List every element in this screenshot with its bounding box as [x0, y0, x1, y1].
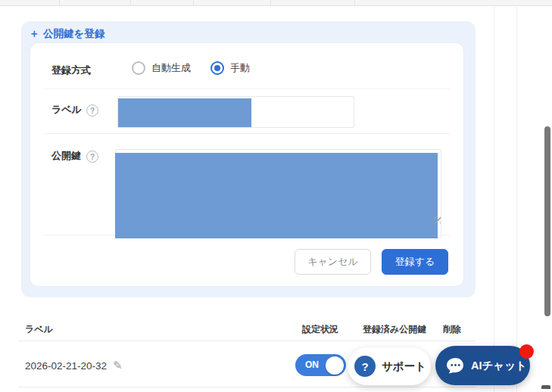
public-key-value-selection-overlay [115, 153, 438, 238]
radio-selected-icon [211, 61, 224, 75]
register-panel: ＋ 公開鍵を登録 登録方式 自動生成 手動 ラベル ? [21, 21, 476, 297]
edit-icon[interactable]: ✎ [113, 359, 123, 372]
register-section-title: 公開鍵を登録 [43, 27, 104, 41]
form-row-divider [44, 89, 450, 89]
column-header-delete: 削除 [443, 323, 461, 336]
table-row: 2026-02-21-20-32 ✎ [25, 359, 123, 372]
register-section-toggle[interactable]: ＋ 公開鍵を登録 [26, 24, 108, 44]
bg-gridline [494, 7, 494, 392]
toggle-on-label: ON [305, 359, 319, 370]
top-strip-divider [193, 0, 194, 6]
top-strip [0, 0, 552, 6]
add-icon: ＋ [29, 27, 39, 41]
label-field-label: ラベル [51, 103, 82, 117]
table-row-divider [18, 387, 476, 387]
support-button-label: サポート [382, 359, 426, 374]
screen: ＋ 公開鍵を登録 登録方式 自動生成 手動 ラベル ? [0, 0, 552, 392]
question-circle-icon: ? [354, 356, 376, 377]
public-key-help-icon[interactable]: ? [86, 151, 98, 163]
label-value-selection-overlay [118, 98, 251, 127]
form-row-divider [44, 133, 450, 134]
submit-button[interactable]: 登録する [382, 249, 448, 275]
column-header-label: ラベル [25, 323, 53, 336]
top-strip-divider [354, 0, 355, 6]
textarea-resize-handle-icon[interactable] [434, 216, 441, 223]
chat-bubble-icon [446, 357, 465, 375]
radio-auto-generate[interactable]: 自動生成 [132, 61, 191, 75]
ai-chat-button-label: AIチャット [471, 359, 527, 373]
radio-manual[interactable]: 手動 [211, 61, 250, 75]
top-strip-divider [270, 0, 271, 6]
register-form-card: 登録方式 自動生成 手動 ラベル ? 公開鍵 ? [30, 43, 463, 286]
public-key-field-label: 公開鍵 [51, 149, 81, 163]
scrollbar-thumb[interactable] [544, 126, 550, 316]
label-help-icon[interactable]: ? [86, 104, 98, 117]
column-header-registered-key: 登録済み公開鍵 [363, 323, 426, 336]
radio-auto-generate-label: 自動生成 [151, 61, 191, 75]
notification-dot [519, 344, 534, 359]
method-label: 登録方式 [51, 64, 91, 77]
column-header-status: 設定状況 [302, 323, 338, 336]
top-strip-divider [130, 0, 131, 6]
radio-manual-label: 手動 [230, 61, 250, 75]
form-actions: キャンセル 登録する [295, 249, 448, 275]
bg-gridline [516, 7, 517, 392]
method-radio-group: 自動生成 手動 [132, 61, 250, 75]
cancel-button[interactable]: キャンセル [295, 249, 371, 275]
status-toggle[interactable]: ON [295, 354, 346, 376]
table-header-divider [18, 341, 476, 341]
scrollbar-corner [541, 385, 550, 389]
radio-unselected-icon [132, 61, 145, 75]
toggle-knob [326, 356, 344, 375]
support-button[interactable]: ? サポート [348, 347, 431, 385]
key-label-text: 2026-02-21-20-32 [25, 360, 107, 372]
top-strip-divider [59, 0, 60, 6]
ai-chat-button[interactable]: AIチャット [435, 346, 530, 385]
